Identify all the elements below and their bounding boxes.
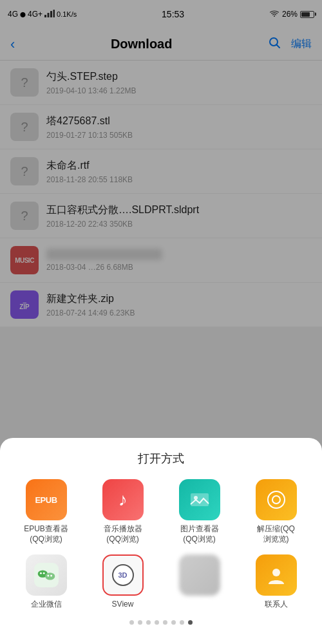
svg-point-15 xyxy=(47,575,49,577)
epub-icon-text: EPUB xyxy=(35,495,57,505)
svg-point-14 xyxy=(43,573,44,574)
svg-point-9 xyxy=(272,496,280,504)
svg-point-12 xyxy=(45,573,55,580)
app-item-epub[interactable]: EPUB EPUB查看器(QQ浏览) xyxy=(10,479,82,544)
svg-point-8 xyxy=(268,491,285,508)
dot-3 xyxy=(146,620,151,625)
app-grid: EPUB EPUB查看器(QQ浏览) ♪ 音乐播放器(QQ浏览) xyxy=(10,479,312,610)
svg-rect-6 xyxy=(191,493,209,506)
svg-point-16 xyxy=(50,575,52,577)
app-item-image[interactable]: 图片查看器(QQ浏览) xyxy=(164,479,235,544)
wechat-label: 企业微信 xyxy=(31,600,62,610)
sview-label: SView xyxy=(112,600,134,610)
contact-icon xyxy=(256,554,297,596)
music-label: 音乐播放器(QQ浏览) xyxy=(100,524,146,544)
app-item-blurred[interactable]: ​ xyxy=(164,554,235,610)
dot-7 xyxy=(180,620,184,625)
open-with-sheet: 打开方式 EPUB EPUB查看器(QQ浏览) ♪ 音乐播放器(QQ浏览) xyxy=(0,438,322,644)
music-icon: ♪ xyxy=(102,479,144,520)
unzip-icon xyxy=(256,479,297,520)
app-item-contact[interactable]: 联系人 xyxy=(240,554,312,610)
unzip-label: 解压缩(QQ浏览览) xyxy=(254,524,299,544)
dot-5 xyxy=(163,620,167,625)
dot-4 xyxy=(155,620,159,625)
image-label: 图片查看器(QQ浏览) xyxy=(177,524,222,544)
epub-label: EPUB查看器(QQ浏览) xyxy=(24,524,69,544)
sview-icon: 3D xyxy=(102,554,144,596)
svg-point-17 xyxy=(272,569,280,576)
sview-3d-text: 3D xyxy=(118,571,127,579)
app-item-wechat[interactable]: 企业微信 xyxy=(10,554,82,610)
pagination-dots xyxy=(10,620,312,625)
app-item-music[interactable]: ♪ 音乐播放器(QQ浏览) xyxy=(87,479,158,544)
epub-icon: EPUB xyxy=(26,479,67,520)
dot-6 xyxy=(171,620,176,625)
modal-overlay[interactable]: 打开方式 EPUB EPUB查看器(QQ浏览) ♪ 音乐播放器(QQ浏览) xyxy=(0,0,322,644)
app-item-unzip[interactable]: 解压缩(QQ浏览览) xyxy=(240,479,312,544)
image-icon xyxy=(179,479,220,520)
svg-point-13 xyxy=(40,573,42,574)
modal-title: 打开方式 xyxy=(10,451,312,466)
dot-2 xyxy=(138,620,142,625)
music-icon-symbol: ♪ xyxy=(118,489,128,510)
dot-1 xyxy=(129,620,134,625)
contact-label: 联系人 xyxy=(265,600,288,610)
dot-8-active xyxy=(188,620,193,625)
app-item-sview[interactable]: 3D SView xyxy=(87,554,158,610)
blurred-icon xyxy=(179,554,220,596)
wechat-icon xyxy=(26,554,67,596)
